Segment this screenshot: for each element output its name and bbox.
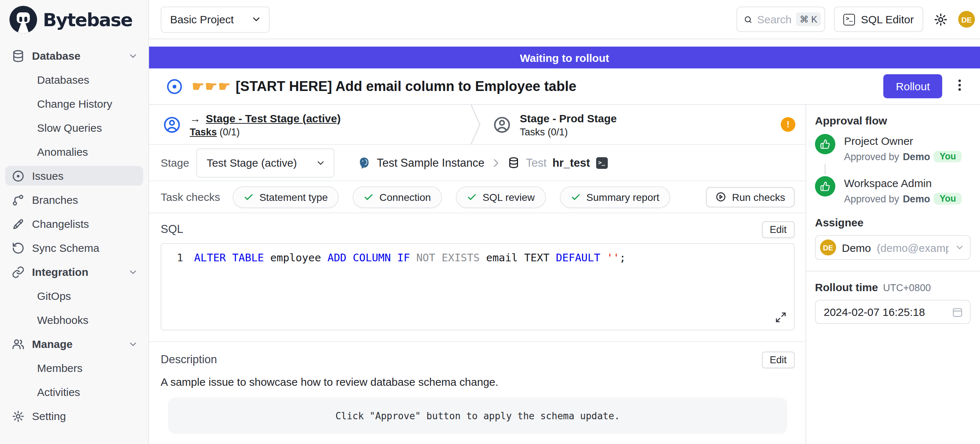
stage-tab-test[interactable]: →Stage - Test Stage (active) Tasks (0/1) [149,105,470,144]
assignee-select[interactable]: DE Demo (demo@example [815,235,970,260]
check-pills: Statement type Connection SQL review [232,186,693,208]
instance-name[interactable]: Test Sample Instance [377,156,484,169]
assignee-name: Demo [842,241,871,254]
settings-gear-button[interactable] [932,11,950,28]
check-statement-type[interactable]: Statement type [232,186,339,208]
panel-divider [806,271,980,272]
rollout-button[interactable]: Rollout [884,74,942,98]
description-edit-button[interactable]: Edit [762,351,795,368]
approved-thumbs-up-icon [815,134,835,154]
you-badge: You [934,193,962,204]
sidebar-item-issues[interactable]: Issues [5,166,143,185]
description-text: A sample issue to showcase how to review… [161,375,795,388]
status-banner-text: Waiting to rollout [520,51,609,64]
issue-header: ☛☛☛[START HERE] Add email column to Empl… [149,69,980,105]
chevron-down-icon [251,14,262,25]
run-checks-button[interactable]: Run checks [706,187,795,207]
sidebar: Bytebase Database Databases Change Histo… [0,0,149,444]
sql-editor-button[interactable]: SQL Editor [834,6,923,32]
check-connection[interactable]: Connection [353,186,442,208]
sidebar-item-change-history[interactable]: Change History [5,94,143,113]
database-name[interactable]: hr_test [552,156,590,169]
kebab-icon [954,78,966,92]
sidebar-item-setting[interactable]: Setting [5,406,143,426]
rollout-time-input[interactable]: 2024-02-07 16:25:18 [815,300,970,324]
stage-select[interactable]: Test Stage (active) [196,148,334,177]
database-icon [508,157,520,169]
stage-tab-text: →Stage - Test Stage (active) Tasks (0/1) [190,112,340,137]
issue-side-panel: Approval flow Project Owner Approved by … [805,105,980,444]
search-shortcut-badge: ⌘ K [796,12,821,26]
rollout-timezone: UTC+0800 [883,283,931,293]
sidebar-item-databases[interactable]: Databases [5,70,143,89]
terminal-icon [843,13,855,25]
check-icon [466,192,477,202]
bytebase-logo[interactable]: Bytebase [0,0,148,39]
check-sql-review[interactable]: SQL review [455,186,546,208]
project-selector[interactable]: Basic Project [161,6,270,32]
chevron-right-icon [490,157,502,169]
sidebar-item-activities[interactable]: Activities [5,382,143,402]
manage-icon [12,337,25,350]
sidebar-item-manage[interactable]: Manage [5,334,143,354]
more-actions-button[interactable] [951,76,968,97]
sidebar-item-integration[interactable]: Integration [5,262,143,282]
assignee-avatar: DE [820,240,836,256]
chevron-down-icon [128,267,138,277]
sidebar-item-slow-queries[interactable]: Slow Queries [5,118,143,137]
assignee-title: Assignee [815,216,970,228]
task-checks-label: Task checks [161,191,220,203]
you-badge: You [934,151,962,162]
search-input[interactable]: Search ⌘ K [737,6,825,32]
approval-step-workspace-admin: Workspace Admin Approved by Demo You [815,176,970,204]
task-checks-row: Task checks Statement type Connection [149,181,805,213]
database-breadcrumb: Test Sample Instance Test hr_test [358,156,608,169]
check-icon [243,192,253,202]
search-icon [744,13,752,25]
sync-icon [12,241,25,254]
approver-name: Demo [903,193,930,204]
play-circle-icon [715,192,726,202]
approval-flow-title: Approval flow [815,114,970,127]
check-icon [570,192,581,202]
sidebar-item-changelists[interactable]: Changelists [5,214,143,234]
sidebar-item-members[interactable]: Members [5,358,143,378]
sidebar-nav: Database Databases Change History Slow Q… [0,39,148,444]
sql-editor-box[interactable]: 1ALTER TABLE employee ADD COLUMN IF NOT … [161,243,795,331]
stage-label: Stage [161,157,189,169]
expand-icon[interactable] [775,311,787,323]
search-placeholder: Search [757,13,792,26]
sidebar-item-database[interactable]: Database [5,46,143,65]
sidebar-item-sync-schema[interactable]: Sync Schema [5,238,143,258]
check-summary-report[interactable]: Summary report [559,186,670,208]
user-avatar[interactable]: DE [958,11,975,28]
tasks-link[interactable]: Tasks [190,126,217,137]
stage-tabs: →Stage - Test Stage (active) Tasks (0/1)… [149,105,805,145]
changelist-icon [12,217,25,230]
issue-detail: →Stage - Test Stage (active) Tasks (0/1)… [149,105,805,444]
open-sql-editor-icon[interactable] [596,157,608,169]
stage-tab-text: Stage - Prod Stage Tasks (0/1) [520,112,617,137]
stage-tab-prod[interactable]: Stage - Prod Stage Tasks (0/1) ! [480,105,805,144]
stage-link[interactable]: Stage - Test Stage (active) [206,112,340,124]
stage-selector-row: Stage Test Stage (active) Test Sample In… [149,145,805,181]
approver-name: Demo [903,151,930,162]
sql-section-title: SQL [161,223,183,236]
warning-icon: ! [781,117,795,132]
sql-edit-button[interactable]: Edit [762,221,795,238]
setting-gear-icon [12,409,25,423]
line-number: 1 [170,252,183,264]
main-column: Basic Project Search ⌘ K SQL Editor DE [149,0,980,444]
sidebar-item-anomalies[interactable]: Anomalies [5,142,143,161]
environment-name: Test [526,156,547,169]
sidebar-item-webhooks[interactable]: Webhooks [5,310,143,330]
status-banner: Waiting to rollout [149,46,980,69]
description-section-title: Description [161,353,217,366]
sidebar-item-gitops[interactable]: GitOps [5,286,143,306]
sidebar-item-branches[interactable]: Branches [5,190,143,210]
database-icon [12,49,25,62]
issue-status-icon [166,78,183,95]
topbar-right: Search ⌘ K SQL Editor DE [737,6,975,32]
approval-role: Workspace Admin [844,177,962,189]
approval-role: Project Owner [844,135,962,147]
